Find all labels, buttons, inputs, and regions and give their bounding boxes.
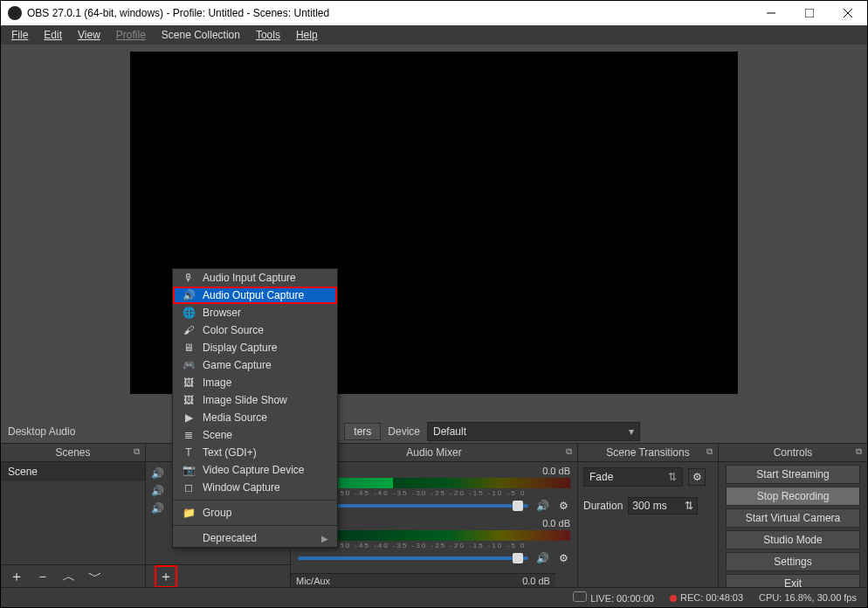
obs-window: OBS 27.0.1 (64-bit, windows) - Profile: … [0, 0, 868, 608]
device-combo[interactable]: Default ▾ [427, 422, 640, 441]
record-icon [670, 595, 677, 602]
speaker-icon[interactable]: 🔊 [535, 499, 549, 513]
transitions-dock: Scene Transitions⧉ Fade⇅ ⚙ Duration 300 … [578, 443, 719, 588]
context-item-game-capture[interactable]: 🎮Game Capture [173, 356, 337, 374]
mixer-level: 0.0 dB [542, 466, 570, 476]
audio-meter [298, 478, 570, 488]
speaker-icon[interactable]: 🔊 [535, 551, 549, 565]
app-icon [8, 6, 22, 20]
menu-help[interactable]: Help [289, 27, 325, 43]
source-type-icon: T [182, 446, 196, 459]
stop-recording-button[interactable]: Stop Recording [726, 487, 860, 506]
context-item-label: Text (GDI+) [203, 446, 257, 459]
volume-slider[interactable] [298, 556, 528, 560]
add-scene-button[interactable]: ＋ [10, 570, 24, 584]
add-source-button[interactable]: ＋ [155, 565, 177, 588]
source-type-icon: 🔊 [182, 289, 196, 301]
remove-scene-button[interactable]: － [36, 570, 50, 584]
transitions-title: Scene Transitions⧉ [578, 443, 718, 462]
context-item-window-capture[interactable]: ◻Window Capture [173, 479, 337, 496]
speaker-icon[interactable]: 🔊 [151, 467, 164, 480]
context-item-label: Game Capture [203, 359, 272, 371]
scene-item[interactable]: Scene [1, 462, 145, 481]
gear-icon[interactable]: ⚙ [556, 551, 570, 565]
broadcast-icon [573, 591, 587, 602]
context-item-text-gdi-[interactable]: TText (GDI+) [173, 444, 337, 461]
device-label: Device [388, 425, 420, 438]
desktop-audio-label: Desktop Audio [8, 425, 75, 438]
context-item-label: Deprecated [203, 532, 257, 544]
context-item-video-capture-device[interactable]: 📷Video Capture Device [173, 461, 337, 479]
menu-scene-collection[interactable]: Scene Collection [155, 27, 247, 43]
context-item-label: Color Source [203, 324, 264, 336]
menu-view[interactable]: View [71, 27, 107, 43]
filters-button-fragment[interactable]: ters [344, 423, 381, 440]
source-type-icon: 🖼 [182, 377, 196, 389]
popout-icon[interactable]: ⧉ [134, 446, 140, 457]
audio-meter [298, 530, 570, 541]
start-virtual-camera-button[interactable]: Start Virtual Camera [726, 508, 860, 528]
start-streaming-button[interactable]: Start Streaming [726, 465, 860, 484]
scene-down-button[interactable]: ﹀ [88, 570, 102, 584]
transition-combo[interactable]: Fade⇅ [583, 467, 683, 487]
speaker-icon[interactable]: 🔊 [151, 485, 164, 497]
context-item-deprecated[interactable]: Deprecated▶ [173, 529, 337, 547]
svg-line-2 [844, 9, 852, 17]
context-item-image[interactable]: 🖼Image [173, 374, 337, 391]
menu-file[interactable]: File [4, 27, 35, 43]
mixer-tab[interactable]: Mic/Aux 0.0 dB [291, 573, 555, 588]
maximize-button[interactable] [790, 1, 829, 25]
meter-ticks: -60 -55 -50 -45 -40 -35 -30 -25 -20 -15 … [298, 542, 570, 549]
popout-icon[interactable]: ⧉ [566, 446, 572, 457]
context-item-audio-output-capture[interactable]: 🔊Audio Output Capture [173, 287, 337, 304]
speaker-icon[interactable]: 🔊 [151, 502, 164, 515]
settings-button[interactable]: Settings [726, 552, 860, 571]
popout-icon[interactable]: ⧉ [856, 446, 862, 457]
chevron-down-icon: ▾ [629, 425, 634, 438]
submenu-arrow-icon: ▶ [321, 534, 328, 543]
chevron-updown-icon: ⇅ [685, 500, 693, 512]
source-audio-icons: 🔊 🔊 🔊 [151, 467, 164, 515]
menu-edit[interactable]: Edit [37, 27, 69, 43]
context-item-media-source[interactable]: ▶Media Source [173, 409, 337, 426]
close-button[interactable] [829, 1, 867, 25]
context-item-label: Image [203, 377, 231, 389]
docks: Scenes⧉ Scene ＋ － ︿ ﹀ Sources⧉ 🔊 🔊 🔊 [1, 443, 867, 588]
gear-icon[interactable]: ⚙ [688, 468, 706, 486]
popout-icon[interactable]: ⧉ [706, 446, 713, 457]
menu-profile[interactable]: Profile [109, 27, 153, 43]
studio-mode-button[interactable]: Studio Mode [726, 530, 860, 549]
device-combo-value: Default [433, 425, 466, 438]
minimize-button[interactable] [752, 1, 790, 25]
context-item-browser[interactable]: 🌐Browser [173, 304, 337, 321]
scene-up-button[interactable]: ︿ [62, 570, 76, 584]
exit-button[interactable]: Exit [726, 574, 860, 588]
context-item-group[interactable]: 📁Group [173, 504, 337, 522]
source-type-icon: ◻ [182, 481, 196, 494]
titlebar: OBS 27.0.1 (64-bit, windows) - Profile: … [1, 1, 867, 25]
chevron-updown-icon: ⇅ [668, 471, 677, 483]
gear-icon[interactable]: ⚙ [556, 499, 570, 513]
controls-title: Controls⧉ [719, 443, 867, 462]
svg-line-3 [844, 9, 852, 17]
menu-tools[interactable]: Tools [249, 27, 287, 43]
context-item-image-slide-show[interactable]: 🖼Image Slide Show [173, 391, 337, 409]
context-item-label: Display Capture [203, 342, 277, 354]
source-type-icon: ≣ [182, 429, 196, 441]
sources-toolbar: ＋ [146, 564, 290, 588]
source-type-icon: 🎮 [182, 359, 196, 371]
controls-dock: Controls⧉ Start Streaming Stop Recording… [719, 443, 867, 588]
context-item-scene[interactable]: ≣Scene [173, 426, 337, 444]
source-type-icon: 🌐 [182, 307, 196, 319]
context-item-display-capture[interactable]: 🖥Display Capture [173, 339, 337, 356]
duration-spinbox[interactable]: 300 ms⇅ [628, 497, 698, 515]
context-item-label: Image Slide Show [203, 394, 287, 406]
context-item-color-source[interactable]: 🖌Color Source [173, 321, 337, 339]
properties-bar: Desktop Audio ters Device Default ▾ [1, 420, 867, 443]
add-source-context-menu: 🎙Audio Input Capture🔊Audio Output Captur… [172, 268, 338, 548]
context-item-audio-input-capture[interactable]: 🎙Audio Input Capture [173, 269, 337, 287]
mixer-level: 0.0 dB [542, 518, 570, 529]
context-item-label: Audio Input Capture [203, 272, 296, 284]
context-item-label: Window Capture [203, 481, 280, 494]
scenes-toolbar: ＋ － ︿ ﹀ [1, 564, 145, 588]
